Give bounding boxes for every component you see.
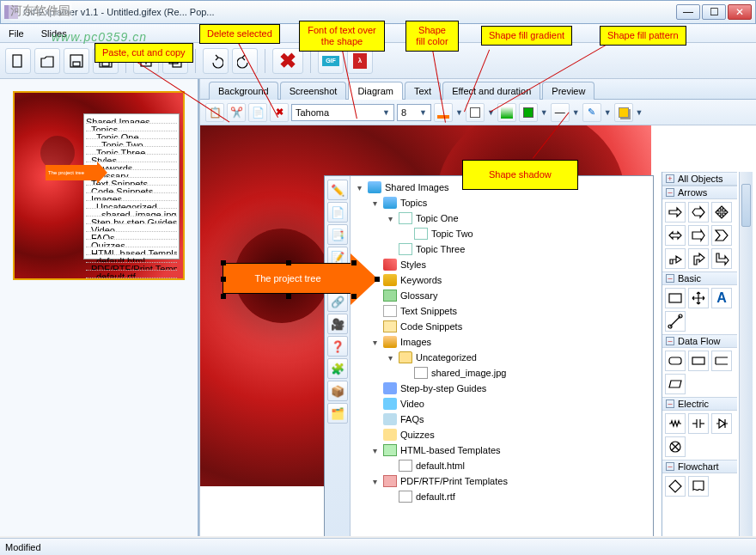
selection-handle[interactable] [286, 260, 291, 265]
objects-panel: +All Objects –Arrows –Basic [662, 172, 737, 536]
shape-connector[interactable] [665, 311, 686, 332]
shape-diode[interactable] [711, 413, 732, 434]
book-icon [383, 197, 397, 209]
new-button[interactable] [5, 48, 31, 74]
shape-document[interactable] [688, 476, 709, 497]
page-icon [399, 243, 412, 255]
shape-decision[interactable] [665, 476, 686, 497]
font-selector[interactable]: Tahoma ▼ [291, 104, 394, 121]
callout-fill-color: Shape fill color [405, 21, 459, 52]
book-icon [368, 181, 381, 193]
dropdown-icon[interactable]: ▼ [572, 108, 580, 117]
line-color-button[interactable]: ✎ [582, 103, 601, 122]
file-icon [414, 367, 428, 379]
screenshot-window: ✏️ 📄 📑 📝 📘 🔗 🎥 ❓ 🧩 📦 🗂️ ▾Shared Images ▾… [324, 175, 654, 536]
dropdown-icon[interactable]: ▼ [540, 108, 548, 117]
selection-handle[interactable] [351, 260, 357, 265]
section-arrows[interactable]: –Arrows [662, 186, 737, 199]
shape-arrow-block[interactable] [688, 225, 709, 246]
diagram-toolbar: 📋 ✂️ 📄 ✖ Tahoma ▼ 8 ▼ ▼ ▼ ▼ — ▼ ✎ ▼ ▼ [200, 100, 756, 125]
section-electric[interactable]: –Electric [662, 397, 737, 411]
selection-handle[interactable] [221, 260, 226, 265]
font-size-selector[interactable]: 8 ▼ [397, 104, 431, 121]
section-flowchart[interactable]: –Flowchart [662, 460, 737, 473]
slide-thumbnail[interactable]: Shared Images Topics Topic One Topic Two… [13, 91, 185, 280]
shape-text[interactable]: A [711, 288, 732, 308]
callout-fill-gradient: Shape fill gradient [481, 26, 572, 46]
tab-screenshot[interactable]: Screenshot [280, 82, 347, 100]
tree-node-label: Shared Images [385, 182, 449, 192]
separator [310, 49, 311, 73]
menu-file[interactable]: File [3, 27, 29, 40]
open-button[interactable] [34, 48, 60, 74]
minimize-button[interactable]: — [676, 4, 700, 20]
selection-handle[interactable] [286, 294, 291, 299]
line-style-button[interactable]: — [551, 103, 570, 122]
code-icon [383, 320, 397, 332]
window-title: Gif-Explainer v1.1 - Untitled.gifex (Re.… [23, 7, 676, 17]
shape-arrow-right[interactable] [665, 202, 686, 223]
section-label: All Objects [678, 174, 723, 184]
video-icon [383, 398, 397, 410]
undo-button[interactable] [203, 48, 229, 74]
vertical-scrollbar[interactable] [739, 172, 753, 536]
tab-preview[interactable]: Preview [542, 82, 594, 100]
tab-text[interactable]: Text [405, 82, 441, 100]
scrollbar-thumb[interactable] [741, 184, 751, 227]
chevron-down-icon: ▼ [419, 108, 427, 117]
shape-arrow-cross[interactable] [711, 202, 732, 223]
tab-diagram[interactable]: Diagram [348, 82, 403, 100]
dropdown-icon[interactable]: ▼ [604, 108, 612, 117]
shape-move[interactable] [688, 288, 709, 308]
shape-arrow-turn[interactable] [688, 248, 709, 269]
arrow-shape[interactable]: The project tree [223, 263, 353, 294]
shape-capacitor[interactable] [688, 413, 709, 434]
cut-button[interactable]: ✂️ [227, 103, 246, 122]
delete-button[interactable]: ✖ [270, 103, 289, 122]
shape-open-rect[interactable] [711, 351, 732, 371]
shape-rectangle[interactable] [665, 288, 686, 308]
redo-button[interactable] [232, 48, 258, 74]
save-button[interactable] [64, 48, 89, 74]
tree-node-label: FAQs [400, 414, 424, 424]
selection-handle[interactable] [351, 294, 357, 299]
shape-arrow-notched[interactable] [688, 202, 709, 223]
selection-handle[interactable] [221, 294, 226, 299]
dropdown-icon[interactable]: ▼ [455, 108, 463, 117]
tree-node-label: Uncategorized [416, 352, 477, 363]
callout-delete: Delete selected [199, 24, 280, 44]
fill-pattern-button[interactable] [519, 103, 538, 122]
tool-icon: 🎥 [327, 314, 348, 334]
section-all-objects[interactable]: +All Objects [662, 172, 737, 186]
maximize-button[interactable]: ☐ [702, 4, 726, 20]
fill-color-button[interactable] [466, 103, 485, 122]
selection-handle[interactable] [221, 277, 226, 282]
shape-arrow-chevron[interactable] [711, 225, 732, 246]
shape-arrow-double[interactable] [665, 225, 686, 246]
shape-arrow-up-right[interactable] [665, 248, 686, 269]
tool-icon: 📑 [327, 224, 348, 245]
shape-arrow-bent[interactable] [711, 248, 732, 269]
project-tree: ▾Shared Images ▾Topics ▾Topic One Topic … [354, 180, 649, 536]
svg-rect-14 [669, 357, 681, 364]
copy-button[interactable]: 📄 [248, 103, 267, 122]
key-icon [383, 274, 397, 286]
section-basic[interactable]: –Basic [662, 271, 737, 285]
shape-lamp[interactable] [665, 436, 686, 457]
shape-data[interactable] [665, 374, 686, 394]
separator [195, 49, 196, 73]
tool-icon: 🧩 [327, 358, 348, 379]
selection-handle[interactable] [375, 277, 380, 282]
callout-shadow: Shape shadow [462, 160, 578, 190]
shape-resistor[interactable] [665, 413, 686, 434]
tree-node-label: Video [400, 399, 424, 409]
shadow-button[interactable] [614, 103, 633, 122]
dropdown-icon[interactable]: ▼ [636, 108, 643, 117]
shape-process[interactable] [688, 351, 709, 371]
editor-tabs: Background Screenshot Diagram Text Effec… [200, 79, 756, 100]
shape-rounded-rect[interactable] [665, 351, 686, 371]
close-button[interactable]: ✕ [728, 4, 752, 20]
chevron-down-icon: ▼ [382, 108, 390, 117]
section-dataflow[interactable]: –Data Flow [662, 334, 737, 348]
note-icon [383, 290, 397, 302]
